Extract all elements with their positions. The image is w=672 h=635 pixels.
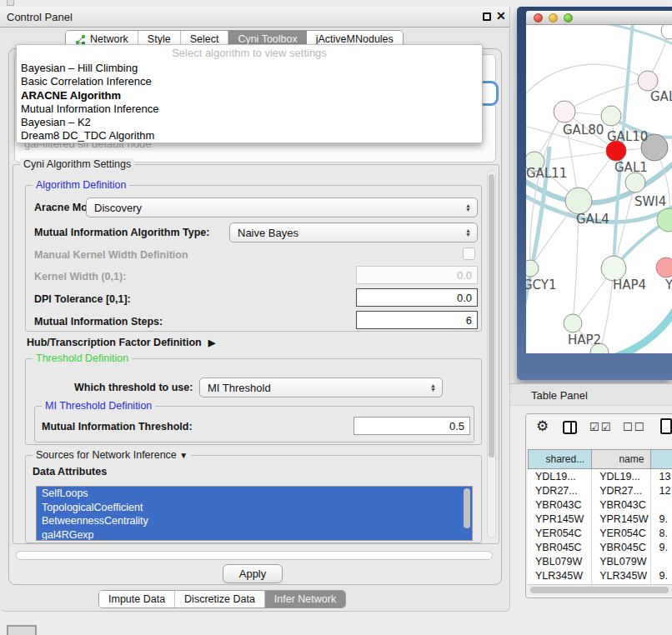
table-header-row: shared...name	[528, 449, 672, 469]
algorithm-dropdown-popup: Select algorithm to view settings Bayesi…	[16, 44, 483, 143]
aracne-mode-select[interactable]: Discovery ▲▼	[86, 198, 478, 218]
tab-label: Style	[148, 33, 171, 45]
hub-definition-expander[interactable]: Hub/Transcription Factor Definition▶	[27, 337, 215, 348]
data-attribute-item[interactable]: TopologicalCoefficient	[37, 501, 472, 515]
network-node-gal4[interactable]	[565, 188, 592, 214]
sources-group-title: Sources for Network Inference ▼	[33, 449, 191, 461]
mi-threshold-input[interactable]: 0.5	[354, 417, 470, 435]
algorithm-option[interactable]: Mutual Information Inference	[17, 102, 482, 116]
minimize-traffic-light[interactable]	[549, 13, 558, 22]
mi-type-value: Naive Bayes	[238, 227, 298, 239]
algorithm-option-list: Bayesian – Hill ClimbingBasic Correlatio…	[17, 62, 482, 143]
table-cell	[651, 498, 672, 512]
network-node-gal80[interactable]	[554, 101, 575, 122]
expander-arrow-icon: ▶	[208, 338, 215, 348]
table-row[interactable]: YBR043CYBR043C	[528, 498, 672, 512]
mi-steps-input[interactable]: 6	[356, 311, 478, 329]
network-node-hap2[interactable]	[564, 314, 582, 332]
tab-infer-network[interactable]: Infer Network	[265, 591, 345, 608]
table-cell: YPR145W	[528, 512, 592, 526]
algorithm-dropdown-placeholder[interactable]: Select algorithm to view settings	[17, 45, 482, 62]
table-cell: YBR045C	[592, 540, 651, 554]
network-node-gcy1[interactable]	[526, 260, 539, 277]
aracne-mode-value: Discovery	[94, 202, 142, 214]
network-edge[interactable]	[597, 25, 672, 48]
apply-button[interactable]: Apply	[223, 564, 283, 583]
table-row[interactable]: YPR145WYPR145W9.	[528, 512, 672, 526]
list-scrollbar[interactable]	[464, 488, 470, 528]
algorithm-option[interactable]: Basic Correlation Inference	[17, 75, 482, 88]
network-node-swi4[interactable]	[625, 172, 645, 192]
manual-kernel-checkbox[interactable]	[463, 248, 475, 260]
table-cell: YPR145W	[592, 512, 651, 526]
table-row[interactable]: YLR345WYLR345W9.	[528, 568, 672, 582]
dpi-tolerance-label: DPI Tolerance [0,1]:	[34, 293, 131, 305]
table-row[interactable]: YDL19...YDL19...13	[528, 469, 672, 483]
settings-scrollbar[interactable]	[487, 170, 496, 538]
algorithm-option[interactable]: ARACNE Algorithm	[17, 89, 482, 102]
network-node-y[interactable]	[656, 258, 672, 278]
desktop: Control Panel ✕ Network Style Select Cyn…	[0, 0, 672, 635]
kernel-width-input[interactable]: 0.0	[356, 266, 478, 284]
network-node-gal[interactable]	[638, 71, 658, 91]
column-layout-icon[interactable]	[563, 421, 577, 434]
table-rows: YDL19...YDL19...13YDR27...YDR27...12YBR0…	[528, 469, 672, 584]
document-icon[interactable]	[660, 418, 672, 434]
scrollbar-thumb[interactable]	[489, 174, 494, 458]
table-cell: YDR27...	[592, 483, 651, 498]
algorithm-definition-title: Algorithm Definition	[33, 179, 129, 191]
algorithm-option[interactable]: Bayesian – Hill Climbing	[17, 62, 482, 75]
data-attribute-item[interactable]: gal4RGexp	[37, 528, 472, 542]
table-cell: 8.	[651, 526, 672, 540]
network-node-gal10[interactable]	[601, 106, 621, 126]
column-header[interactable]: name	[592, 449, 651, 469]
table-cell: YER054C	[528, 526, 592, 540]
zoom-traffic-light[interactable]	[564, 13, 573, 22]
column-header[interactable]: shared...	[528, 449, 592, 469]
collapse-arrow-icon[interactable]: ▼	[179, 451, 188, 460]
data-attribute-item[interactable]: BetweennessCentrality	[37, 514, 472, 528]
table-row[interactable]: YBR045CYBR045C9.	[528, 540, 672, 554]
network-node-label: HAP2	[568, 332, 601, 348]
data-attribute-item[interactable]: SelfLoops	[37, 487, 472, 501]
data-attributes-list[interactable]: SelfLoopsTopologicalCoefficientBetweenne…	[36, 486, 473, 541]
network-node-label: SWI4	[634, 194, 666, 209]
tab-discretize-data[interactable]: Discretize Data	[175, 591, 265, 608]
table-cell: YBL079W	[528, 554, 592, 568]
table-cell: YDR27...	[528, 483, 592, 498]
network-node[interactable]	[661, 25, 672, 39]
float-window-icon[interactable]	[483, 12, 491, 21]
close-icon[interactable]: ✕	[496, 9, 506, 22]
column-header[interactable]	[651, 449, 672, 469]
minimized-panel-icon[interactable]	[7, 625, 37, 635]
which-threshold-select[interactable]: MI Threshold ▲▼	[199, 378, 443, 398]
tab-label: Select	[190, 33, 219, 45]
network-icon	[75, 34, 86, 45]
horizontal-scrollbar[interactable]	[16, 551, 493, 560]
stepper-arrows-icon: ▲▼	[465, 203, 471, 212]
tab-impute-data[interactable]: Impute Data	[99, 591, 175, 608]
gear-icon[interactable]: ⚙	[536, 418, 549, 435]
table-horizontal-scrollbar[interactable]	[528, 584, 672, 595]
mi-threshold-label: Mutual Information Threshold:	[42, 421, 193, 432]
network-node-label: GAL1	[614, 160, 648, 175]
network-edge[interactable]	[616, 297, 672, 353]
dpi-tolerance-input[interactable]: 0.0	[356, 288, 478, 307]
table-cell: YDL19...	[528, 469, 592, 483]
scrollbar-thumb[interactable]	[530, 587, 669, 593]
data-attributes-label: Data Attributes	[33, 466, 107, 478]
algorithm-option[interactable]: Dream8 DC_TDC Algorithm	[17, 129, 482, 142]
mi-threshold-group-title: MI Threshold Definition	[42, 400, 155, 412]
network-canvas[interactable]: GALGAL80GAL10GAL1GAL11SWI4GAL4GCY1HAP4YH…	[526, 25, 672, 353]
close-traffic-light[interactable]	[534, 13, 543, 22]
algorithm-option[interactable]: Bayesian – K2	[17, 116, 482, 129]
table-row[interactable]: YBL079WYBL079W	[528, 554, 672, 568]
network-node-label: GAL4	[576, 212, 609, 227]
table-row[interactable]: YER054CYER054C8.	[528, 526, 672, 540]
mi-type-label: Mutual Information Algorithm Type:	[34, 227, 209, 238]
unchecked-boxes-icon[interactable]: ☐☐	[623, 421, 645, 433]
mi-type-select[interactable]: Naive Bayes ▲▼	[229, 222, 478, 242]
settings-group-title: Cyni Algorithm Settings	[20, 158, 134, 170]
checked-boxes-icon[interactable]: ☑☑	[589, 421, 612, 433]
table-row[interactable]: YDR27...YDR27...12	[528, 483, 672, 498]
